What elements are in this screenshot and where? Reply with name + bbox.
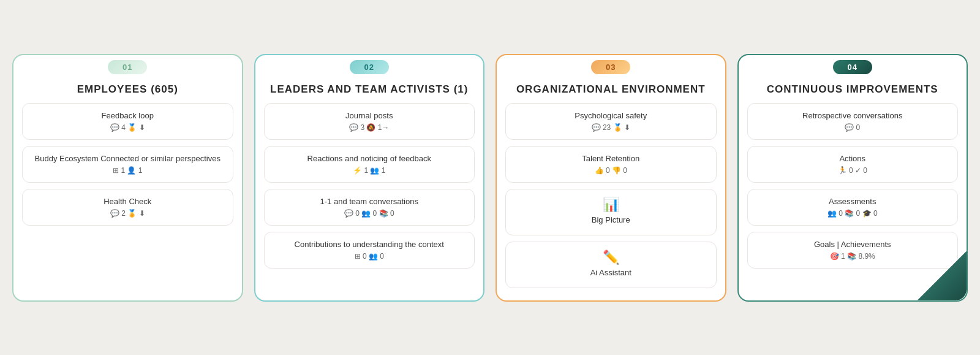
card-col2-1[interactable]: Reactions and noticing of feedback⚡ 1 👥 … — [264, 146, 475, 183]
card-col1-2[interactable]: Health Check💬 2 🏅 ⬇ — [22, 189, 233, 226]
card-col4-0[interactable]: Retrospective conversations💬 0 — [747, 103, 959, 140]
column-title-col2: LEADERS AND TEAM ACTIVISTS (1) — [255, 75, 484, 103]
card-title-col2-2: 1-1 and team conversations — [274, 197, 465, 206]
card-meta-col2-0: 💬 3 🔕 1→ — [274, 123, 465, 132]
card-col1-1[interactable]: Buddy Ecosystem Connected or similar per… — [22, 146, 233, 183]
card-meta-col1-1: ⊞ 1 👤 1 — [32, 166, 223, 175]
card-icon-col3-3: ✏️ — [516, 250, 706, 265]
card-col2-3[interactable]: Contributions to understanding the conte… — [264, 232, 475, 269]
card-title-col4-1: Actions — [758, 154, 948, 163]
col4-corner-decoration — [918, 251, 967, 300]
card-title-col4-2: Assessments — [758, 197, 948, 206]
column-col1: 01EMPLOYEES (605)Feedback loop💬 4 🏅 ⬇Bud… — [12, 54, 243, 302]
card-title-col3-2: Big Picture — [516, 215, 706, 224]
badge-col4: 04 — [833, 60, 872, 74]
tab-wrap-col4: 04 — [739, 55, 967, 75]
card-col2-2[interactable]: 1-1 and team conversations💬 0 👥 0 📚 0 — [264, 189, 475, 226]
card-title-col3-3: Ai Assistant — [516, 268, 706, 277]
card-title-col2-1: Reactions and noticing of feedback — [274, 154, 465, 163]
card-meta-col1-0: 💬 4 🏅 ⬇ — [32, 123, 223, 132]
column-title-col3: ORGANIZATIONAL ENVIRONMENT — [497, 75, 725, 103]
card-meta-col3-0: 💬 23 🏅 ⬇ — [516, 123, 706, 132]
card-title-col1-2: Health Check — [32, 197, 223, 206]
card-title-col4-0: Retrospective conversations — [758, 111, 948, 120]
badge-col3: 03 — [591, 60, 630, 74]
card-col3-2[interactable]: 📊Big Picture — [505, 189, 717, 235]
cards-area-col4: Retrospective conversations💬 0Actions🏃 0… — [739, 103, 967, 269]
card-col4-1[interactable]: Actions🏃 0 ✓ 0 — [747, 146, 959, 183]
card-meta-col2-2: 💬 0 👥 0 📚 0 — [274, 209, 465, 218]
cards-area-col1: Feedback loop💬 4 🏅 ⬇Buddy Ecosystem Conn… — [13, 103, 242, 226]
cards-area-col3: Psychological safety💬 23 🏅 ⬇Talent Reten… — [497, 103, 725, 288]
card-meta-col4-0: 💬 0 — [758, 123, 948, 132]
card-title-col1-0: Feedback loop — [32, 111, 223, 120]
card-title-col2-3: Contributions to understanding the conte… — [274, 240, 465, 249]
badge-col2: 02 — [350, 60, 389, 74]
tab-wrap-col3: 03 — [497, 55, 725, 75]
tab-wrap-col2: 02 — [255, 55, 484, 75]
column-title-col1: EMPLOYEES (605) — [13, 75, 242, 103]
card-col4-2[interactable]: Assessments👥 0 📚 0 🎓 0 — [747, 189, 959, 226]
card-col3-0[interactable]: Psychological safety💬 23 🏅 ⬇ — [505, 103, 717, 140]
card-col2-0[interactable]: Journal posts💬 3 🔕 1→ — [264, 103, 475, 140]
card-meta-col2-1: ⚡ 1 👥 1 — [274, 166, 465, 175]
tab-wrap-col1: 01 — [13, 55, 242, 75]
card-title-col4-3: Goals | Achievements — [758, 240, 948, 249]
card-meta-col4-2: 👥 0 📚 0 🎓 0 — [758, 209, 948, 218]
card-col3-3[interactable]: ✏️Ai Assistant — [505, 242, 717, 288]
column-title-col4: CONTINUOUS IMPROVEMENTS — [739, 75, 967, 103]
cards-area-col2: Journal posts💬 3 🔕 1→Reactions and notic… — [255, 103, 484, 269]
card-meta-col4-1: 🏃 0 ✓ 0 — [758, 166, 948, 175]
col4-corner-inner — [918, 251, 967, 300]
card-meta-col2-3: ⊞ 0 👥 0 — [274, 252, 465, 261]
card-meta-col1-2: 💬 2 🏅 ⬇ — [32, 209, 223, 218]
card-title-col1-1: Buddy Ecosystem Connected or similar per… — [32, 154, 223, 163]
card-col1-0[interactable]: Feedback loop💬 4 🏅 ⬇ — [22, 103, 233, 140]
card-title-col2-0: Journal posts — [274, 111, 465, 120]
dashboard: 01EMPLOYEES (605)Feedback loop💬 4 🏅 ⬇Bud… — [12, 54, 968, 302]
card-title-col3-0: Psychological safety — [516, 111, 706, 120]
badge-col1: 01 — [108, 60, 147, 74]
card-title-col3-1: Talent Retention — [516, 154, 706, 163]
column-col2: 02LEADERS AND TEAM ACTIVISTS (1)Journal … — [254, 54, 485, 302]
card-meta-col3-1: 👍 0 👎 0 — [516, 166, 706, 175]
card-col3-1[interactable]: Talent Retention👍 0 👎 0 — [505, 146, 717, 183]
column-col4: 04CONTINUOUS IMPROVEMENTSRetrospective c… — [737, 54, 968, 302]
card-icon-col3-2: 📊 — [516, 197, 706, 213]
column-col3: 03ORGANIZATIONAL ENVIRONMENTPsychologica… — [496, 54, 726, 302]
